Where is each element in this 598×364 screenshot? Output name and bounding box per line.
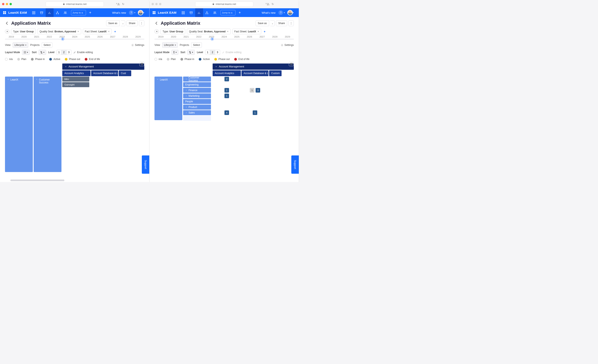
user-avatar[interactable] xyxy=(287,10,293,15)
remove-filter-icon[interactable]: × xyxy=(227,30,229,33)
sort-select[interactable]: ⇅▾ xyxy=(39,50,46,55)
close-window-icon[interactable] xyxy=(152,3,154,5)
row-group[interactable]: Customer Success xyxy=(34,77,61,172)
col-header[interactable]: Account Database & Lis... xyxy=(91,70,118,76)
filter-factsheet[interactable]: Fact Sheet: LeanIX× xyxy=(83,29,112,34)
app-logo[interactable]: LeanIX EAM xyxy=(2,11,27,15)
remove-filter-icon[interactable]: × xyxy=(108,30,110,33)
clear-filters-button[interactable]: ✕ xyxy=(155,29,159,34)
whats-new-link[interactable]: What's new xyxy=(262,11,275,14)
settings-button[interactable]: Settings xyxy=(131,44,144,47)
back-arrow-icon[interactable] xyxy=(155,21,159,25)
layout-mode-grid[interactable]: ▾ xyxy=(22,50,30,55)
help-caret-icon[interactable]: ▾ xyxy=(134,12,135,14)
zoom-window-icon[interactable] xyxy=(9,3,12,5)
minimize-window-icon[interactable] xyxy=(6,3,8,5)
filter-quality-seal[interactable]: Quality Seal: Broken, Approved× xyxy=(187,29,231,34)
level-2[interactable]: 2 xyxy=(61,50,66,55)
projects-select[interactable]: Select xyxy=(191,42,202,48)
filter-type[interactable]: Type: User Group xyxy=(160,29,185,34)
remove-filter-icon[interactable]: × xyxy=(77,30,79,33)
app-cell[interactable]: bliro xyxy=(62,77,89,81)
row-item[interactable]: Marketing xyxy=(183,93,211,98)
column-group-header[interactable]: Account Management xyxy=(62,64,144,70)
nav-dashboard[interactable] xyxy=(179,8,187,17)
timeline-thumb[interactable] xyxy=(211,38,214,40)
layout-mode-sigma[interactable]: Σ▾ xyxy=(172,50,178,55)
row-root[interactable]: LeanIX xyxy=(155,77,182,120)
whats-new-link[interactable]: What's new xyxy=(112,11,126,14)
filter-type[interactable]: Type: User Group xyxy=(11,29,36,34)
add-filter-button[interactable]: + xyxy=(263,30,266,33)
level-1[interactable]: 1 xyxy=(205,50,210,55)
help-button[interactable]: ? xyxy=(129,10,133,15)
level-1[interactable]: 1 xyxy=(57,50,61,55)
share-button[interactable]: Share xyxy=(276,20,287,26)
col-header[interactable]: Account Database & Lis... xyxy=(241,70,268,76)
reader-icon[interactable]: ᴬあ xyxy=(266,2,270,6)
row-item[interactable]: People xyxy=(183,99,211,104)
settings-button[interactable]: Settings xyxy=(281,44,294,47)
share-button[interactable]: Share xyxy=(126,20,138,26)
help-caret-icon[interactable]: ▾ xyxy=(284,12,285,14)
nav-reports[interactable] xyxy=(195,8,203,17)
filter-factsheet[interactable]: Fact Sheet: LeanIX× xyxy=(232,29,261,34)
zoom-window-icon[interactable] xyxy=(159,3,161,5)
col-header[interactable]: Account Analytics xyxy=(62,70,91,76)
level-3[interactable]: 3 xyxy=(66,50,71,55)
address-bar[interactable]: internal.leanix.net xyxy=(46,1,104,7)
row-item[interactable]: Finance xyxy=(183,88,211,93)
col-header[interactable]: Account Analytics xyxy=(213,70,241,76)
save-as-caret[interactable]: ⌄ xyxy=(270,20,275,26)
col-header[interactable]: Custom xyxy=(269,70,282,76)
user-caret-icon[interactable]: ▾ xyxy=(143,12,144,14)
column-group-header[interactable]: Account Management xyxy=(213,64,294,70)
enable-editing-button[interactable]: Enable editing xyxy=(74,51,93,54)
create-button[interactable]: + xyxy=(237,10,242,15)
nav-collab[interactable] xyxy=(61,8,69,17)
timeline-track[interactable] xyxy=(155,39,294,40)
view-select[interactable]: Lifecycle ▾ xyxy=(162,42,178,48)
clear-filters-button[interactable]: ✕ xyxy=(5,29,9,34)
col-header[interactable]: Cust xyxy=(119,70,131,76)
user-avatar[interactable] xyxy=(138,10,143,15)
count-cell[interactable]: 4 xyxy=(213,110,241,115)
reader-icon[interactable]: ᴬあ xyxy=(116,2,120,6)
filter-quality-seal[interactable]: Quality Seal: Broken, Approved× xyxy=(37,29,81,34)
remove-filter-icon[interactable]: × xyxy=(257,30,259,33)
row-item[interactable]: Sales xyxy=(183,110,211,115)
nav-collab[interactable] xyxy=(211,8,219,17)
add-filter-button[interactable]: + xyxy=(113,30,117,33)
count-cell[interactable]: 1 3 xyxy=(241,88,268,93)
support-tab[interactable]: Support xyxy=(142,155,149,174)
close-window-icon[interactable] xyxy=(2,3,4,5)
reload-icon[interactable]: ↻ xyxy=(122,2,124,6)
count-cell[interactable]: 1 xyxy=(241,110,268,115)
save-as-button[interactable]: Save as xyxy=(106,20,120,26)
help-button[interactable]: ? xyxy=(278,10,283,15)
create-button[interactable]: + xyxy=(88,10,93,15)
save-as-button[interactable]: Save as xyxy=(256,20,269,26)
level-2[interactable]: 2 xyxy=(210,50,215,55)
nav-diagrams[interactable] xyxy=(54,8,61,17)
reload-icon[interactable]: ↻ xyxy=(272,2,274,6)
table-view-toggle[interactable] xyxy=(139,62,144,66)
nav-reports[interactable] xyxy=(46,8,54,17)
more-menu[interactable]: ⋮ xyxy=(139,20,144,26)
nav-inventory[interactable] xyxy=(187,8,195,17)
table-view-toggle[interactable] xyxy=(289,62,294,66)
more-menu[interactable]: ⋮ xyxy=(288,20,294,26)
jump-input[interactable] xyxy=(71,10,86,15)
app-logo[interactable]: LeanIX EAM xyxy=(152,11,176,15)
horizontal-scrollbar[interactable] xyxy=(10,179,64,181)
nav-inventory[interactable] xyxy=(38,8,46,17)
support-tab[interactable]: Support xyxy=(291,155,299,174)
nav-diagrams[interactable] xyxy=(203,8,211,17)
app-cell[interactable]: Gainsight xyxy=(62,82,89,87)
projects-select[interactable]: Select xyxy=(42,42,52,48)
nav-dashboard[interactable] xyxy=(30,8,38,17)
address-bar[interactable]: internal.leanix.net xyxy=(195,1,253,7)
row-item[interactable]: Customer Success xyxy=(183,77,211,81)
level-3[interactable]: 3 xyxy=(215,50,220,55)
row-item[interactable]: Engineering xyxy=(183,82,211,87)
